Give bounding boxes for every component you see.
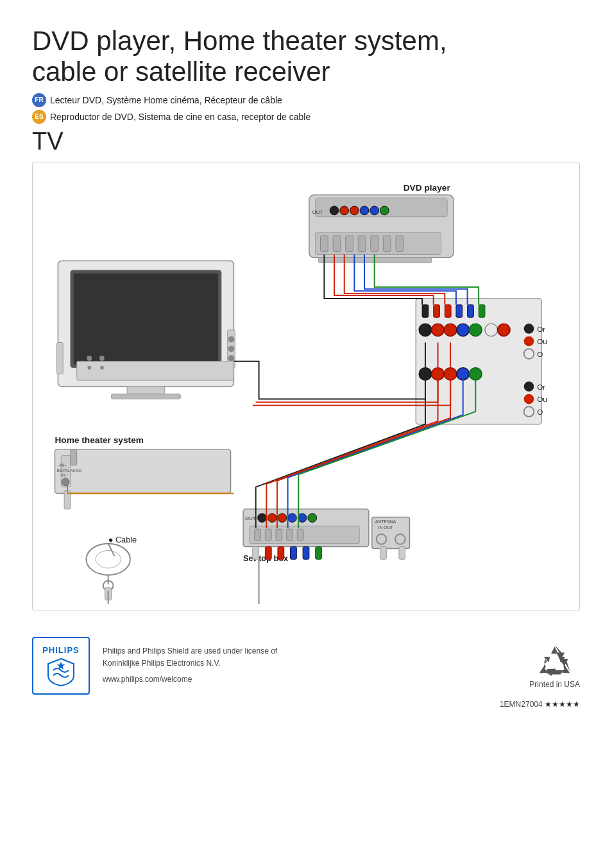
svg-rect-78 — [422, 304, 429, 317]
svg-point-44 — [96, 550, 121, 568]
svg-rect-16 — [396, 236, 404, 251]
svg-rect-20 — [74, 273, 218, 364]
svg-rect-12 — [346, 236, 353, 251]
es-badge: ES — [32, 110, 46, 124]
svg-text:OUT: OUT — [245, 516, 256, 521]
svg-point-3 — [330, 206, 339, 215]
svg-point-29 — [99, 356, 105, 361]
svg-point-56 — [298, 513, 307, 522]
svg-rect-69 — [253, 546, 259, 559]
svg-point-8 — [380, 206, 389, 215]
svg-text:Ou: Ou — [537, 337, 547, 345]
svg-rect-76 — [399, 546, 405, 559]
svg-rect-11 — [333, 236, 341, 251]
svg-text:Or: Or — [537, 324, 545, 333]
svg-point-93 — [524, 336, 534, 346]
svg-point-25 — [228, 345, 235, 352]
svg-rect-75 — [380, 546, 387, 559]
svg-point-91 — [524, 324, 534, 334]
svg-rect-14 — [371, 236, 378, 251]
svg-point-28 — [87, 356, 92, 361]
svg-point-53 — [268, 513, 276, 522]
svg-rect-61 — [276, 529, 282, 541]
subtitle-fr: Lecteur DVD, Système Home cinéma, Récept… — [50, 95, 282, 105]
tv-label: TV — [32, 128, 580, 155]
svg-text:O: O — [537, 350, 543, 358]
svg-point-102 — [524, 381, 534, 392]
svg-point-31 — [100, 365, 104, 369]
part-number-text: 1EMN27004 — [500, 700, 543, 709]
svg-point-26 — [228, 355, 235, 361]
svg-point-84 — [419, 324, 432, 336]
svg-point-39 — [62, 478, 69, 486]
svg-rect-70 — [265, 546, 271, 559]
svg-text:Or: Or — [537, 382, 545, 390]
svg-point-43 — [86, 543, 130, 575]
footer-text: Philips and Philips Shield are used unde… — [103, 645, 516, 686]
recycle-icon — [537, 642, 572, 677]
connection-diagram: DVD player OUT — [39, 169, 573, 604]
svg-text:● Cable: ● Cable — [108, 534, 137, 544]
svg-rect-27 — [77, 361, 234, 379]
footer: PHILIPS Philips and Philips Shield are u… — [32, 630, 580, 695]
printed-text: Printed in USA — [529, 680, 580, 689]
svg-rect-40 — [71, 449, 77, 464]
part-number: 1EMN27004 ★★★★★ — [32, 700, 580, 709]
svg-text:Ou: Ou — [537, 395, 547, 403]
svg-line-45 — [108, 543, 115, 556]
svg-point-104 — [524, 394, 534, 404]
footer-right: Printed in USA — [529, 642, 580, 689]
svg-point-5 — [350, 206, 359, 215]
svg-point-54 — [278, 513, 287, 522]
diagram-container: DVD player OUT — [32, 162, 580, 611]
philips-logo: PHILIPS — [32, 637, 90, 695]
svg-point-30 — [87, 365, 91, 369]
svg-text:ANTENNA: ANTENNA — [375, 519, 396, 524]
svg-rect-62 — [287, 529, 293, 541]
svg-point-24 — [228, 336, 235, 342]
svg-point-6 — [360, 206, 369, 215]
svg-rect-10 — [321, 236, 328, 251]
svg-rect-71 — [278, 546, 284, 559]
svg-text:Home theater system: Home theater system — [55, 435, 143, 445]
svg-rect-81 — [456, 304, 463, 317]
fr-badge: FR — [32, 93, 46, 107]
svg-point-4 — [340, 206, 349, 215]
svg-rect-15 — [383, 236, 391, 251]
star-rating: ★★★★★ — [545, 700, 580, 709]
svg-point-7 — [370, 206, 379, 215]
svg-rect-22 — [112, 394, 181, 399]
subtitle-es-row: ES Reproductor de DVD, Sistema de cine e… — [32, 110, 580, 124]
svg-text:IN    OUT: IN OUT — [378, 525, 394, 530]
subtitle-es: Reproductor de DVD, Sistema de cine en c… — [50, 112, 310, 122]
svg-rect-21 — [127, 386, 165, 394]
svg-point-85 — [432, 324, 445, 336]
svg-text:DIGITAL AUDIO: DIGITAL AUDIO — [56, 469, 81, 473]
svg-rect-13 — [358, 236, 366, 251]
dvd-player-label: DVD player — [404, 182, 451, 192]
svg-text:OUT: OUT — [312, 209, 323, 214]
svg-rect-32 — [56, 342, 63, 374]
svg-rect-63 — [297, 529, 303, 541]
main-title: DVD player, Home theater system, cable o… — [32, 26, 580, 88]
svg-rect-80 — [445, 304, 451, 317]
svg-rect-83 — [479, 304, 485, 317]
legal-text: Philips and Philips Shield are used unde… — [103, 645, 516, 670]
svg-text:O: O — [537, 408, 543, 416]
svg-rect-82 — [468, 304, 474, 317]
svg-point-88 — [469, 324, 482, 336]
svg-rect-79 — [434, 304, 440, 317]
svg-point-55 — [288, 513, 297, 522]
svg-point-86 — [444, 324, 457, 336]
svg-point-57 — [308, 513, 317, 522]
svg-text:IN: IN — [61, 473, 65, 477]
subtitle-fr-row: FR Lecteur DVD, Système Home cinéma, Réc… — [32, 93, 580, 107]
philips-shield-logo — [42, 657, 80, 686]
svg-text:–IN–: –IN– — [58, 463, 67, 467]
brand-name: PHILIPS — [42, 645, 80, 655]
svg-point-52 — [258, 513, 267, 522]
website: www.philips.com/welcome — [103, 673, 516, 686]
svg-point-87 — [457, 324, 470, 336]
svg-rect-72 — [291, 546, 297, 559]
svg-rect-73 — [303, 546, 309, 559]
